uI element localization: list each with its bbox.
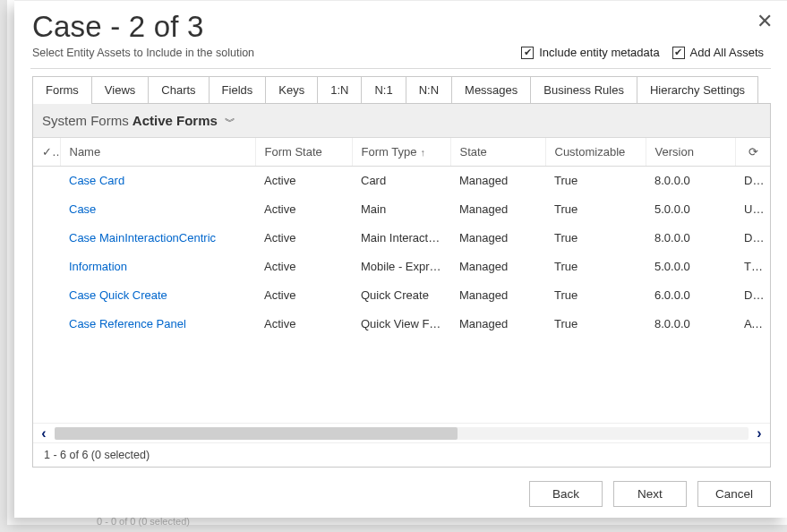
row-version: 5.0.0.0 [646,253,735,281]
row-customizable: True [545,195,646,224]
row-version: 8.0.0.0 [646,167,735,195]
row-version: 8.0.0.0 [646,224,735,253]
row-form-type: Main Interaction… [352,224,450,253]
row-name-link[interactable]: Case MainInteractionCentric [60,224,255,253]
table-row[interactable]: Case MainInteractionCentricActiveMain In… [33,224,770,253]
wizard-dialog: ✕ Case - 2 of 3 Select Entity Assets to … [14,0,787,518]
row-checkbox[interactable] [33,167,60,195]
refresh-icon[interactable]: ⟳ [735,138,770,167]
row-name-link[interactable]: Case Reference Panel [60,310,255,339]
tab-messages[interactable]: Messages [451,76,531,103]
row-version: 5.0.0.0 [646,195,735,224]
row-customizable: True [545,310,646,339]
row-checkbox[interactable] [33,310,60,339]
table-row[interactable]: CaseActiveMainManagedTrue5.0.0.0Upd [33,195,770,224]
table-row[interactable]: Case Reference PanelActiveQuick View For… [33,310,770,339]
tab-views[interactable]: Views [91,76,149,103]
forms-grid: ✓NameForm StateForm Type↑StateCustomizab… [33,137,770,423]
close-icon[interactable]: ✕ [751,6,778,37]
cancel-button[interactable]: Cancel [697,481,771,507]
checkbox-icon [521,47,534,59]
tab-charts[interactable]: Charts [148,76,209,103]
include-metadata-label: Include entity metadata [539,46,659,59]
row-state: Managed [450,167,545,195]
grid-header-row: ✓NameForm StateForm Type↑StateCustomizab… [33,138,770,167]
row-form-state: Active [255,167,352,195]
row-form-state: Active [255,224,352,253]
scroll-track[interactable] [55,427,749,440]
add-all-assets-checkbox[interactable]: Add All Assets [672,46,764,59]
row-form-type: Quick View Form [352,310,450,339]
row-name-link[interactable]: Case [60,195,255,224]
table-row[interactable]: InformationActiveMobile - ExpressManaged… [33,253,770,281]
view-name-label: Active Forms [133,113,218,128]
row-extra: Def [735,224,770,253]
column-header-state[interactable]: State [450,138,545,167]
grid-body: Case CardActiveCardManagedTrue8.0.0.0Def… [33,167,770,339]
page-title: Case - 2 of 3 [32,10,769,44]
row-checkbox[interactable] [33,253,60,281]
row-state: Managed [450,195,545,224]
table-row[interactable]: Case Quick CreateActiveQuick CreateManag… [33,281,770,310]
tab-1-n[interactable]: 1:N [317,76,362,103]
row-name-link[interactable]: Information [60,253,255,281]
row-extra: Def [735,167,770,195]
row-checkbox[interactable] [33,195,60,224]
column-header-customizable[interactable]: Customizable [545,138,646,167]
view-selector[interactable]: System Forms Active Forms ︾ [33,104,770,137]
tab-fields[interactable]: Fields [209,76,267,103]
entity-asset-tabs: FormsViewsChartsFieldsKeys1:NN:1N:NMessa… [32,76,771,104]
grid-region: System Forms Active Forms ︾ [32,104,771,468]
row-checkbox[interactable] [33,281,60,310]
table-row[interactable]: Case CardActiveCardManagedTrue8.0.0.0Def [33,167,770,195]
row-form-state: Active [255,253,352,281]
next-button[interactable]: Next [613,481,687,507]
dialog-footer: Back Next Cancel [14,468,787,518]
include-metadata-checkbox[interactable]: Include entity metadata [521,46,659,59]
row-extra: Def [735,281,770,310]
tab-business-rules[interactable]: Business Rules [530,76,637,103]
row-checkbox[interactable] [33,224,60,253]
add-all-assets-label: Add All Assets [690,46,764,59]
column-header-version[interactable]: Version [646,138,735,167]
row-extra: Upd [735,195,770,224]
row-extra: This [735,253,770,281]
scroll-right-icon[interactable]: › [749,425,770,442]
row-form-type: Main [352,195,450,224]
column-header-form-type[interactable]: Form Type↑ [352,138,450,167]
row-customizable: True [545,253,646,281]
row-state: Managed [450,224,545,253]
row-form-state: Active [255,281,352,310]
row-version: 8.0.0.0 [646,310,735,339]
row-customizable: True [545,167,646,195]
row-form-type: Card [352,167,450,195]
tab-keys[interactable]: Keys [265,76,318,103]
row-form-state: Active [255,310,352,339]
row-customizable: True [545,224,646,253]
column-header-name[interactable]: Name [60,138,255,167]
column-header-form-state[interactable]: Form State [255,138,352,167]
row-extra: A fo [735,310,770,339]
page-subtitle: Select Entity Assets to Include in the s… [32,47,254,59]
dialog-header: Case - 2 of 3 Select Entity Assets to In… [14,1,787,63]
tab-hierarchy-settings[interactable]: Hierarchy Settings [637,76,758,103]
view-group-label: System Forms [42,113,129,128]
back-button[interactable]: Back [529,481,603,507]
row-state: Managed [450,253,545,281]
row-name-link[interactable]: Case Card [60,167,255,195]
row-form-state: Active [255,195,352,224]
row-state: Managed [450,310,545,339]
row-state: Managed [450,281,545,310]
horizontal-scrollbar[interactable]: ‹ › [33,423,770,442]
row-form-type: Mobile - Express [352,253,450,281]
checkbox-icon [672,47,685,59]
row-version: 6.0.0.0 [646,281,735,310]
tab-n-1[interactable]: N:1 [361,76,406,103]
header-divider [30,68,771,69]
tab-n-n[interactable]: N:N [406,76,452,103]
select-all-checkbox[interactable]: ✓ [33,138,60,167]
scroll-left-icon[interactable]: ‹ [33,425,55,442]
tab-forms[interactable]: Forms [32,76,92,103]
scroll-thumb[interactable] [55,427,458,440]
row-name-link[interactable]: Case Quick Create [60,281,255,310]
